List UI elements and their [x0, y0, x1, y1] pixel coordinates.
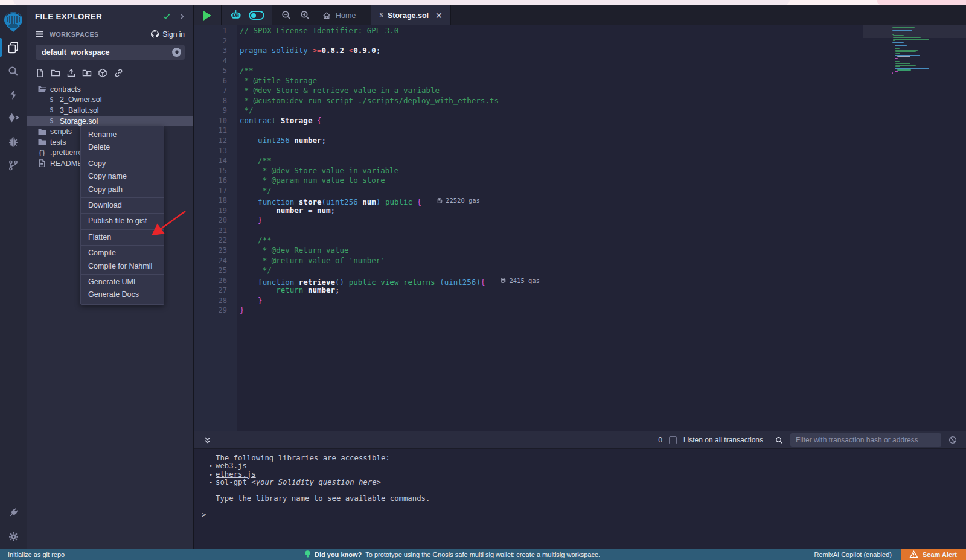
code-line-27[interactable]: 27 return number; — [194, 285, 966, 296]
chevron-right-icon[interactable] — [178, 13, 186, 21]
context-menu-item-generate-docs[interactable]: Generate Docs — [81, 288, 164, 301]
code-line-2[interactable]: 2 — [194, 36, 966, 46]
terminal-output[interactable]: The following libraries are accessible:•… — [194, 449, 966, 519]
line-number: 1 — [194, 26, 237, 36]
code-line-13[interactable]: 13 — [194, 146, 966, 156]
code-line-24[interactable]: 24 * @return value of 'number' — [194, 256, 966, 266]
file-tree-item-3-ballot-sol[interactable]: S3_Ballot.sol — [27, 105, 193, 116]
new-file-button[interactable] — [36, 68, 45, 78]
context-menu-item-download[interactable]: Download — [81, 199, 164, 212]
upload-folder-icon — [82, 68, 92, 78]
code-line-6[interactable]: 6 * @title Storage — [194, 76, 966, 86]
link-icon — [114, 68, 124, 78]
upload-folder-button[interactable] — [82, 68, 92, 78]
sidebar-item-deploy-and-run[interactable] — [0, 106, 27, 130]
code-line-22[interactable]: 22 /** — [194, 235, 966, 246]
listen-transactions-checkbox[interactable] — [669, 436, 677, 444]
ai-robot-icon[interactable] — [229, 8, 243, 22]
sign-in-button[interactable]: Sign in — [150, 30, 185, 39]
zoom-in-icon[interactable] — [299, 10, 311, 21]
code-line-15[interactable]: 15 * @dev Store value in variable — [194, 166, 966, 176]
minimap-line — [895, 51, 916, 52]
code-line-20[interactable]: 20 } — [194, 215, 966, 226]
clear-console-icon[interactable] — [948, 435, 958, 445]
minimap-line — [892, 30, 912, 31]
upload-file-button[interactable] — [66, 68, 76, 78]
code-line-21[interactable]: 21 — [194, 226, 966, 236]
code-line-10[interactable]: 10contract Storage { — [194, 116, 966, 126]
context-menu-item-publish-file-to-gist[interactable]: Publish file to gist — [81, 215, 164, 228]
context-menu-item-copy-name[interactable]: Copy name — [81, 170, 164, 183]
zoom-out-icon[interactable] — [281, 10, 292, 21]
run-script-button[interactable] — [203, 11, 211, 21]
file-tree-item-storage-sol[interactable]: SStorage.sol — [27, 116, 193, 127]
code-line-18[interactable]: 18 function store(uint256 num) public {2… — [194, 196, 966, 206]
code-line-8[interactable]: 8 * @custom:dev-run-script ./scripts/dep… — [194, 96, 966, 106]
code-line-4[interactable]: 4 — [194, 56, 966, 66]
workspace-stepper-icon[interactable] — [172, 48, 181, 57]
context-menu-item-copy-path[interactable]: Copy path — [81, 183, 164, 196]
context-menu-item-rename[interactable]: Rename — [81, 129, 164, 141]
expand-terminal-icon[interactable] — [203, 436, 212, 445]
context-menu-item-flatten[interactable]: Flatten — [81, 231, 164, 244]
close-tab-icon[interactable]: ✕ — [435, 11, 443, 21]
minimap[interactable] — [892, 27, 948, 74]
copilot-status[interactable]: RemixAI Copilot (enabled) — [814, 551, 892, 558]
code-line-14[interactable]: 14 /** — [194, 156, 966, 166]
context-menu-item-copy[interactable]: Copy — [81, 158, 164, 170]
file-tree-item-2-owner-sol[interactable]: S2_Owner.sol — [27, 95, 193, 106]
terminal-prompt[interactable]: > — [201, 511, 966, 519]
sidebar-item-search[interactable] — [0, 59, 27, 83]
context-menu-item-compile-for-nahmii[interactable]: Compile for Nahmii — [81, 260, 164, 273]
code-line-26[interactable]: 26 function retrieve() public view retur… — [194, 276, 966, 286]
scam-alert-label: Scam Alert — [923, 551, 957, 558]
code-line-23[interactable]: 23 * @dev Return value — [194, 246, 966, 256]
sidebar-item-debugger[interactable] — [0, 130, 27, 153]
minimap-line — [895, 71, 898, 72]
code-line-16[interactable]: 16 * @param num value to store — [194, 176, 966, 186]
code-line-11[interactable]: 11 — [194, 126, 966, 136]
code-line-3[interactable]: 3pragma solidity >=0.8.2 <0.9.0; — [194, 46, 966, 56]
code-line-28[interactable]: 28 } — [194, 296, 966, 306]
search-icon — [7, 65, 20, 78]
sidebar-item-file-explorer[interactable] — [0, 36, 27, 59]
code-line-17[interactable]: 17 */ — [194, 186, 966, 196]
sidebar-item-settings[interactable] — [0, 524, 27, 549]
code-line-7[interactable]: 7 * @dev Store & retrieve value in a var… — [194, 86, 966, 96]
sidebar-item-solidity-compiler[interactable] — [0, 83, 27, 106]
new-folder-button[interactable] — [51, 68, 60, 78]
sidebar-item-plugin-manager[interactable] — [0, 500, 27, 524]
code-editor[interactable]: 1// SPDX-License-Identifier: GPL-3.023pr… — [194, 25, 966, 431]
line-number: 15 — [194, 166, 237, 176]
code-line-25[interactable]: 25 */ — [194, 266, 966, 276]
import-from-url-button[interactable] — [114, 68, 124, 78]
file-tree-item-contracts[interactable]: contracts — [27, 84, 193, 95]
library-link[interactable]: ethers.js — [216, 470, 256, 479]
git-init-button[interactable]: Initialize as git repo — [8, 551, 65, 558]
context-menu-item-delete[interactable]: Delete — [81, 141, 164, 154]
code-line-12[interactable]: 12 uint256 number; — [194, 136, 966, 146]
tab-home[interactable]: Home — [318, 11, 363, 21]
copilot-toggle[interactable] — [249, 11, 264, 20]
browser-chrome-blob — [13, 0, 790, 5]
code-line-29[interactable]: 29} — [194, 305, 966, 316]
load-from-ipfs-button[interactable] — [98, 68, 107, 78]
code-text: * @custom:dev-run-script ./scripts/deplo… — [237, 96, 499, 106]
sidebar-item-git[interactable] — [0, 153, 27, 177]
minimap-line — [895, 61, 899, 62]
context-menu-item-generate-uml[interactable]: Generate UML — [81, 276, 164, 288]
workspace-select[interactable]: default_workspace — [36, 45, 185, 60]
minimap-line — [895, 53, 900, 54]
transaction-filter-input[interactable] — [790, 433, 941, 447]
hamburger-menu-icon[interactable] — [35, 30, 44, 38]
tab-storage-sol[interactable]: S Storage.sol ✕ — [371, 5, 450, 25]
code-line-5[interactable]: 5/** — [194, 66, 966, 76]
context-menu-item-compile[interactable]: Compile — [81, 247, 164, 259]
terminal-search-icon[interactable] — [775, 436, 784, 445]
scam-alert-button[interactable]: Scam Alert — [901, 549, 966, 560]
code-line-1[interactable]: 1// SPDX-License-Identifier: GPL-3.0 — [194, 26, 966, 36]
library-link[interactable]: web3.js — [216, 462, 247, 470]
code-line-19[interactable]: 19 number = num; — [194, 206, 966, 216]
remix-logo-icon[interactable] — [1, 9, 25, 36]
code-line-9[interactable]: 9 */ — [194, 106, 966, 116]
